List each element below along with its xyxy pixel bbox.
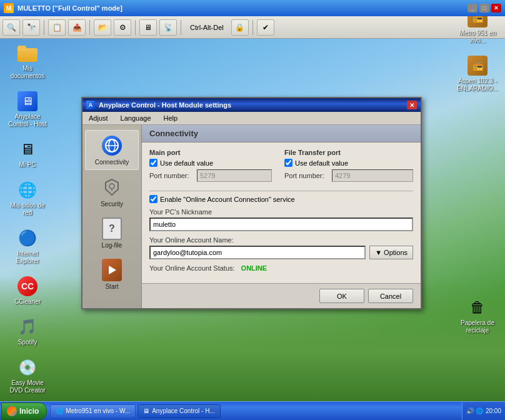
- taskbar-item-metro[interactable]: 🌐 Metro951 en vivo - W...: [50, 404, 136, 418]
- account-row: ▼ Options: [149, 246, 413, 259]
- toolbar-sep-5: [252, 20, 253, 35]
- options-button[interactable]: ▼ Options: [369, 246, 413, 259]
- main-port-default-checkbox[interactable]: [149, 159, 158, 167]
- sidebar-item-logfile[interactable]: ? Log-file: [85, 214, 139, 252]
- toolbar-btn-7[interactable]: 🖥: [139, 19, 157, 36]
- taskbar-metro-label: Metro951 en vivo - W...: [66, 408, 130, 414]
- start-button[interactable]: Inicio: [1, 402, 47, 420]
- desktop-icon-documents[interactable]: Mis documentos: [5, 41, 50, 82]
- spotify-icon: 🎵: [18, 317, 38, 337]
- taskbar-item-anyplace[interactable]: 🖥 Anyplace Control - H...: [138, 404, 221, 418]
- file-transfer-port-number-label: Port number:: [284, 172, 328, 179]
- main-port-default-row: Use default value: [149, 159, 272, 167]
- dvd-icon: 💿: [18, 358, 38, 378]
- main-port-default-label: Use default value: [160, 159, 213, 167]
- toolbar-btn-6[interactable]: ⚙: [114, 19, 131, 36]
- toolbar-btn-10[interactable]: ✔: [257, 19, 274, 36]
- content-body: Main port Use default value Port number:: [142, 142, 421, 283]
- toolbar-sep-4: [181, 20, 181, 35]
- desktop-icon-ie[interactable]: 🔵 Internet Explorer: [5, 226, 50, 268]
- sidebar-item-start[interactable]: Start: [85, 255, 139, 294]
- sidebar-item-connectivity[interactable]: Connectivity: [85, 130, 139, 170]
- status-label: Your Online Account Status:: [149, 264, 235, 272]
- file-transfer-default-label: Use default value: [295, 159, 348, 167]
- ok-button[interactable]: OK: [319, 289, 364, 303]
- toolbar-btn-9[interactable]: 🔒: [231, 19, 249, 36]
- connectivity-label: Connectivity: [95, 159, 129, 166]
- taskbar-anyplace-label: Anyplace Control - H...: [152, 408, 215, 414]
- main-port-number-input[interactable]: [197, 169, 272, 182]
- logfile-label: Log-file: [102, 242, 122, 249]
- desktop-icon-spotify[interactable]: 🎵 Spotify: [5, 314, 50, 349]
- desktop-icon-anyplace[interactable]: 🖥 Anyplace Control - Host: [5, 89, 50, 131]
- window-icon: M: [4, 3, 14, 13]
- dialog-body: Connectivity Security: [82, 125, 421, 308]
- ccleaner-icon: CC: [18, 276, 38, 296]
- minimize-button[interactable]: _: [468, 4, 478, 12]
- toolbar-btn-1[interactable]: 🔍: [2, 19, 20, 36]
- taskbar-items: 🌐 Metro951 en vivo - W... 🖥 Anyplace Con…: [47, 404, 462, 418]
- network-label: Mis sitios de red: [8, 202, 48, 217]
- dialog-footer: OK Cancel: [142, 283, 421, 308]
- menu-adjust[interactable]: Adjust: [85, 113, 112, 123]
- dialog-icon: A: [86, 101, 95, 109]
- file-transfer-port-group: File Transfer port Use default value Por…: [284, 149, 413, 184]
- security-label: Security: [101, 201, 123, 208]
- desktop-icon-network[interactable]: 🌐 Mis sitios de red: [5, 178, 50, 219]
- status-value: ONLINE: [241, 264, 268, 272]
- sidebar-item-security[interactable]: Security: [85, 172, 139, 211]
- content-header: Connectivity: [142, 125, 421, 142]
- documents-label: Mis documentos: [8, 65, 48, 80]
- toolbar: 🔍 🔭 📋 📤 📂 ⚙ 🖥 📡 Ctrl-Alt-Del 🔒 ✔: [0, 16, 505, 39]
- toolbar-btn-2[interactable]: 🔭: [22, 19, 40, 36]
- desktop-icon-mypc[interactable]: 🖥 Mi PC: [5, 137, 50, 171]
- taskbar-metro-icon: 🌐: [56, 408, 63, 414]
- desktop-icon-trash[interactable]: 🗑 Papelera de reciclaje: [455, 295, 500, 337]
- ccleaner-label: CCleaner: [14, 298, 41, 306]
- account-label: Your Online Account Name:: [149, 236, 413, 244]
- file-transfer-default-checkbox[interactable]: [284, 159, 292, 167]
- main-port-number-row: Port number:: [149, 169, 272, 182]
- ctrl-alt-del-label: Ctrl-Alt-Del: [185, 24, 229, 31]
- menu-help[interactable]: Help: [160, 113, 182, 123]
- maximize-button[interactable]: □: [479, 4, 489, 12]
- cancel-button[interactable]: Cancel: [368, 289, 413, 303]
- enable-online-checkbox[interactable]: [149, 195, 158, 203]
- nickname-section: Your PC's Nickname: [149, 208, 413, 231]
- clock: 20:00: [486, 408, 501, 414]
- dialog-close-button[interactable]: ✕: [407, 101, 417, 109]
- toolbar-btn-5[interactable]: 📂: [94, 19, 111, 36]
- file-transfer-port-number-input[interactable]: [332, 169, 413, 182]
- taskbar-icons: 🔊 🌐: [466, 408, 483, 414]
- toolbar-sep-2: [89, 20, 90, 35]
- logfile-icon-wrapper: ?: [101, 218, 123, 240]
- dialog-sidebar: Connectivity Security: [82, 125, 142, 308]
- metro951-label: Metro 951 en vivo...: [458, 29, 498, 44]
- toolbar-sep-3: [135, 20, 136, 35]
- toolbar-btn-4[interactable]: 📤: [68, 19, 86, 36]
- nickname-label: Your PC's Nickname: [149, 208, 413, 216]
- toolbar-btn-3[interactable]: 📋: [48, 19, 66, 36]
- toolbar-sep-1: [44, 20, 44, 35]
- connectivity-icon-wrapper: [101, 134, 123, 157]
- start-icon-wrapper: [101, 259, 123, 281]
- close-button[interactable]: ✕: [491, 4, 501, 12]
- menu-language[interactable]: Language: [117, 113, 155, 123]
- file-transfer-default-row: Use default value: [284, 159, 413, 167]
- dialog-menu: Adjust Language Help: [82, 112, 421, 125]
- enable-online-label: Enable "Online Account Connection" servi…: [160, 196, 295, 203]
- network-icon: 🌐: [18, 180, 38, 200]
- desktop-icon-aspen[interactable]: 📻 Aspen 102.3 - ENLARADIO...: [455, 53, 500, 95]
- connectivity-icon: [102, 136, 122, 156]
- desktop-icons-left: Mis documentos 🖥 Anyplace Control - Host…: [5, 41, 50, 397]
- mypc-icon: 🖥: [18, 139, 38, 159]
- desktop: M MULETTO ["Full Control" mode] _ □ ✕ 🔍 …: [0, 0, 505, 420]
- status-row: Your Online Account Status: ONLINE: [149, 264, 413, 272]
- toolbar-btn-8[interactable]: 📡: [159, 19, 177, 36]
- desktop-icon-ccleaner[interactable]: CC CCleaner: [5, 274, 50, 308]
- main-port-title: Main port: [149, 149, 272, 156]
- desktop-icon-dvd[interactable]: 💿 Easy Movie DVD Creator: [5, 355, 50, 397]
- start-label: Start: [105, 283, 118, 290]
- nickname-input[interactable]: [149, 218, 413, 231]
- account-input[interactable]: [149, 246, 366, 259]
